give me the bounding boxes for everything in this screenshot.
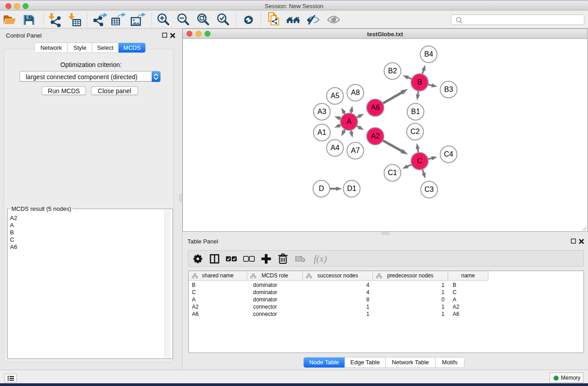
svg-text:A5: A5 [330,92,339,100]
svg-text:A2: A2 [371,132,380,140]
svg-text:A1: A1 [317,129,326,136]
svg-text:A8: A8 [351,89,360,96]
svg-text:B1: B1 [411,108,420,115]
svg-text:D1: D1 [347,185,357,192]
svg-text:A4: A4 [330,144,339,152]
svg-text:f(x): f(x) [314,253,327,264]
svg-text:A3: A3 [317,108,326,115]
svg-text:C1: C1 [388,169,397,176]
svg-text:C2: C2 [411,128,420,135]
svg-text:A6: A6 [371,104,380,111]
svg-text:B: B [417,78,422,86]
svg-text:A7: A7 [351,147,360,154]
svg-text:B3: B3 [444,86,453,93]
svg-text:A: A [347,118,352,125]
svg-text:C3: C3 [425,186,434,193]
svg-text:D: D [319,185,324,192]
svg-text:C4: C4 [444,150,454,158]
svg-text:B4: B4 [424,50,433,58]
svg-text:B2: B2 [388,67,397,75]
svg-text:C: C [417,157,422,165]
